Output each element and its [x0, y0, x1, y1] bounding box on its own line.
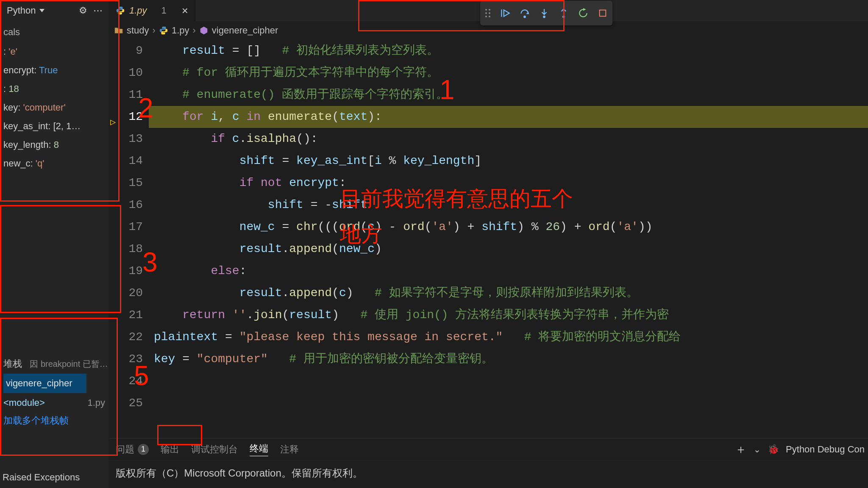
local-variable[interactable]: key_as_int: [2, 1… — [3, 117, 105, 136]
code-line[interactable]: shift = key_as_int[i % key_length] — [149, 150, 868, 172]
panel-tab-terminal[interactable]: 终端 — [250, 442, 268, 456]
panel-dropdown-icon[interactable]: ⌄ — [754, 444, 761, 455]
problems-badge: 1 — [138, 444, 149, 455]
debug-stop-button[interactable] — [593, 3, 612, 23]
code-line[interactable]: result.append(c) # 如果字符不是字母，则按原样附加到结果列表。 — [149, 282, 868, 304]
raised-exceptions-label: Raised Exceptions — [3, 472, 80, 482]
local-variable[interactable]: key: 'computer' — [3, 98, 105, 117]
svg-point-6 — [121, 13, 122, 14]
folder-icon — [114, 26, 123, 35]
more-icon[interactable]: ⋯ — [93, 5, 103, 16]
line-number-gutter: 910111213141516171819202122232425 — [119, 40, 149, 438]
breadcrumb-symbol: vigenere_cipher — [212, 25, 278, 36]
debug-sidebar: Python ⚙ ⋯ cals : 'e'encrypt: True: 18ke… — [0, 0, 109, 488]
bottom-panel: 问题 1 输出 调试控制台 终端 注释 ＋ ⌄ 🐞 Python Debug C… — [109, 438, 868, 488]
code-line[interactable]: shift = -shift — [149, 194, 868, 216]
code-line[interactable]: for i, c in enumerate(text): — [149, 106, 868, 128]
callstack-module-row[interactable]: <module> 1.py — [3, 394, 108, 412]
code-line[interactable]: result.append(new_c) — [149, 238, 868, 260]
panel-add-icon[interactable]: ＋ — [735, 441, 747, 458]
panel-tab-output[interactable]: 输出 — [161, 443, 179, 456]
svg-point-5 — [119, 7, 120, 8]
chevron-right-icon: › — [153, 25, 156, 36]
panel-session-label: Python Debug Con — [786, 444, 865, 455]
debug-toolbar — [480, 1, 612, 25]
terminal-output[interactable]: 版权所有（C）Microsoft Corporation。保留所有权利。 — [109, 460, 868, 486]
code-line[interactable]: else: — [149, 260, 868, 282]
python-file-icon — [116, 6, 125, 15]
bug-icon: 🐞 — [768, 444, 779, 455]
code-line[interactable]: if not encrypt: — [149, 172, 868, 194]
code-line[interactable]: # enumerate() 函数用于跟踪每个字符的索引。 — [149, 84, 868, 106]
file-tab[interactable]: 1.py 1 × — [109, 0, 195, 21]
svg-point-1 — [524, 16, 525, 17]
svg-rect-4 — [600, 10, 606, 17]
callstack-status: 因 breakpoint 已暂… — [30, 359, 108, 369]
callstack-frame[interactable]: vigenere_cipher — [3, 374, 86, 393]
code-line[interactable]: # for 循环用于遍历文本字符串中的每个字符。 — [149, 62, 868, 84]
svg-rect-0 — [501, 9, 502, 17]
local-variable[interactable]: : 'e' — [3, 42, 105, 61]
panel-tab-problems[interactable]: 问题 1 — [116, 443, 149, 456]
load-more-frames-link[interactable]: 加载多个堆栈帧 — [3, 412, 108, 430]
python-file-icon — [159, 26, 168, 35]
callstack-file: 1.py — [87, 394, 108, 412]
code-line[interactable]: new_c = chr(((ord(c) - ord('a') + shift)… — [149, 216, 868, 238]
svg-point-3 — [563, 16, 564, 17]
callstack-title: 堆栈 — [3, 358, 22, 369]
local-variable[interactable]: new_c: 'q' — [3, 154, 105, 173]
debug-restart-button[interactable] — [573, 3, 593, 23]
code-line[interactable]: result = [] # 初始化结果列表为空列表。 — [149, 40, 868, 62]
code-line[interactable]: plaintext = "please keep this message in… — [149, 326, 868, 348]
panel-tab-comments[interactable]: 注释 — [280, 443, 299, 456]
code-line[interactable]: key = "computer" # 用于加密的密钥被分配给变量密钥。 — [149, 348, 868, 370]
callstack-module: <module> — [3, 397, 45, 408]
symbol-icon — [199, 26, 209, 35]
chevron-right-icon: › — [193, 25, 196, 36]
debugger-name: Python — [7, 5, 36, 16]
code-line[interactable]: return ''.join(result) # 使用 join() 方法将结果… — [149, 304, 868, 326]
breadcrumb-folder: study — [127, 25, 149, 36]
gear-icon[interactable]: ⚙ — [79, 5, 87, 16]
debug-step-into-button[interactable] — [534, 3, 554, 23]
tab-count: 1 — [151, 5, 167, 16]
editor-main: 1.py 1 × study › 1.py › vigenere_cipher … — [109, 0, 868, 488]
execution-pointer-icon: ▷ — [110, 112, 116, 134]
svg-point-2 — [543, 16, 545, 17]
code-editor[interactable]: ▷ 910111213141516171819202122232425 resu… — [109, 40, 868, 438]
debugger-select[interactable]: Python — [7, 5, 45, 16]
panel-tab-debug-console[interactable]: 调试控制台 — [191, 443, 238, 456]
breadcrumb-file: 1.py — [172, 25, 189, 36]
local-variable[interactable]: encrypt: True — [3, 61, 105, 80]
local-variable[interactable]: : 18 — [3, 80, 105, 98]
debug-step-over-button[interactable] — [515, 3, 534, 23]
tab-close-icon[interactable]: × — [182, 6, 188, 15]
local-variable[interactable]: key_length: 8 — [3, 136, 105, 154]
toolbar-grip[interactable] — [480, 9, 495, 17]
debug-step-out-button[interactable] — [554, 3, 573, 23]
tab-filename: 1.py — [129, 5, 147, 16]
chevron-down-icon — [39, 9, 45, 15]
locals-title: cals — [3, 21, 105, 42]
debug-continue-button[interactable] — [495, 3, 515, 23]
code-line[interactable]: if c.isalpha(): — [149, 128, 868, 150]
raised-exceptions-row[interactable]: Raised Exceptions — [0, 468, 108, 483]
